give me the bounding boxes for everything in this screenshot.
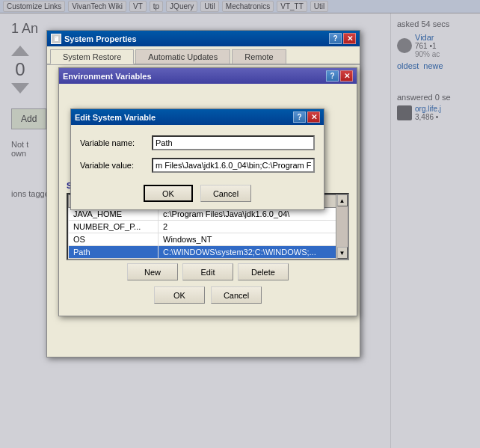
system-tabs: System Restore Automatic Updates Remote — [47, 46, 360, 65]
table-cell-variable: PATHEXT — [69, 259, 159, 261]
var-value-input[interactable] — [152, 158, 315, 173]
edit-window-controls: ? ✕ — [293, 111, 320, 123]
env-close-button[interactable]: ✕ — [340, 70, 353, 82]
tab-system-restore[interactable]: System Restore — [50, 49, 134, 64]
env-help-button[interactable]: ? — [326, 70, 339, 82]
var-value-row: Variable value: — [80, 158, 315, 173]
help-button[interactable]: ? — [329, 33, 342, 44]
table-scrollbar[interactable]: ▲ ▼ — [336, 194, 348, 259]
var-name-row: Variable name: — [80, 135, 315, 150]
system-props-titlebar: 🖥 System Properties ? ✕ — [47, 31, 360, 46]
var-value-label: Variable value: — [80, 161, 147, 170]
tab-automatic-updates[interactable]: Automatic Updates — [135, 49, 230, 64]
table-cell-value: Windows_NT — [159, 233, 348, 246]
env-vars-titlebar: Environment Variables ? ✕ — [59, 68, 357, 84]
env-vars-title: Environment Variables — [63, 72, 152, 81]
table-cell-value: .COM;.EXE;.BAT;.CMD;.VBS;.JS;.... — [159, 259, 348, 261]
close-button[interactable]: ✕ — [343, 33, 356, 44]
edit-title-area: Edit System Variable — [75, 113, 156, 122]
table-cell-value: 2 — [159, 221, 348, 233]
new-button[interactable]: New — [127, 263, 178, 280]
table-cell-variable: OS — [69, 233, 159, 246]
edit-var-title: Edit System Variable — [75, 113, 156, 122]
edit-close-button[interactable]: ✕ — [307, 111, 320, 123]
delete-button[interactable]: Delete — [238, 263, 289, 280]
env-ok-cancel-row: OK Cancel — [67, 280, 349, 308]
window-icon: 🖥 — [51, 34, 61, 44]
env-title-area: Environment Variables — [63, 72, 152, 81]
table-cell-variable: NUMBER_OF_P... — [69, 221, 159, 233]
title-area: 🖥 System Properties — [51, 34, 137, 44]
system-props-title: System Properties — [64, 34, 137, 43]
system-vars-buttons: New Edit Delete — [67, 263, 349, 280]
env-window-controls: ? ✕ — [326, 70, 353, 82]
env-cancel-button[interactable]: Cancel — [211, 286, 262, 304]
edit-ok-button[interactable]: OK — [144, 185, 193, 202]
edit-ok-cancel-row: OK Cancel — [80, 180, 315, 202]
var-name-label: Variable name: — [80, 138, 147, 147]
table-row[interactable]: OSWindows_NT — [69, 233, 348, 246]
edit-var-dialog: Edit System Variable ? ✕ Variable name: … — [70, 108, 324, 210]
table-cell-variable: Path — [69, 246, 159, 259]
table-row[interactable]: PATHEXT.COM;.EXE;.BAT;.CMD;.VBS;.JS;.... — [69, 259, 348, 261]
edit-var-body: Variable name: Variable value: OK Cancel — [71, 125, 324, 209]
edit-help-button[interactable]: ? — [293, 111, 306, 123]
tab-remote[interactable]: Remote — [232, 49, 286, 64]
table-cell-value: C:\WINDOWS\system32;C:\WINDOWS;... — [159, 246, 348, 259]
env-ok-button[interactable]: OK — [154, 286, 205, 304]
edit-button[interactable]: Edit — [182, 263, 233, 280]
window-controls: ? ✕ — [329, 33, 356, 44]
scroll-track[interactable] — [337, 206, 348, 247]
edit-cancel-button[interactable]: Cancel — [200, 185, 251, 202]
table-row[interactable]: NUMBER_OF_P...2 — [69, 221, 348, 233]
scroll-down-btn[interactable]: ▼ — [337, 247, 348, 259]
table-row[interactable]: PathC:\WINDOWS\system32;C:\WINDOWS;... — [69, 246, 348, 259]
var-name-input[interactable] — [152, 135, 315, 150]
edit-var-titlebar: Edit System Variable ? ✕ — [71, 109, 324, 125]
scroll-up-btn[interactable]: ▲ — [337, 194, 348, 206]
